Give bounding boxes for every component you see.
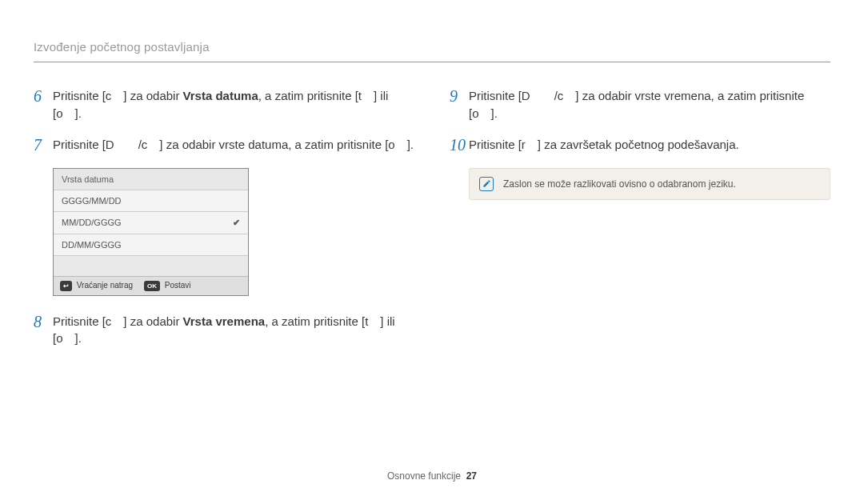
step-text: Pritisnite [c ] za odabir Vrsta vremena,… bbox=[53, 310, 414, 348]
check-icon: ✔ bbox=[233, 218, 240, 228]
ok-hint: OK Postavi bbox=[144, 281, 191, 291]
back-hint: ↩ Vraćanje natrag bbox=[60, 281, 133, 291]
footer-label: Osnovne funkcije bbox=[387, 470, 461, 482]
step-number: 7 bbox=[34, 134, 53, 157]
option-label: MM/DD/GGGG bbox=[62, 218, 122, 227]
section-header: Izvođenje početnog postavljanja bbox=[34, 40, 830, 62]
back-label: Vraćanje natrag bbox=[77, 281, 133, 290]
step-7: 7 Pritisnite [D /c ] za odabir vrste dat… bbox=[34, 134, 414, 157]
step-text: Pritisnite [c ] za odabir Vrsta datuma, … bbox=[53, 85, 414, 122]
step-number: 9 bbox=[450, 85, 469, 108]
note-text: Zaslon se može razlikovati ovisno o odab… bbox=[503, 178, 736, 190]
step-pre: Pritisnite [c ] za odabir bbox=[53, 314, 183, 328]
step-number: 10 bbox=[450, 134, 469, 157]
left-column: 6 Pritisnite [c ] za odabir Vrsta datuma… bbox=[34, 85, 414, 358]
step-9: 9 Pritisnite [D /c ] za odabir vrste vre… bbox=[450, 85, 830, 122]
step-8: 8 Pritisnite [c ] za odabir Vrsta vremen… bbox=[34, 310, 414, 348]
ok-label: Postavi bbox=[165, 281, 191, 290]
right-column: 9 Pritisnite [D /c ] za odabir vrste vre… bbox=[450, 85, 830, 358]
option-label: GGGG/MM/DD bbox=[62, 196, 122, 206]
step-text: Pritisnite [D /c ] za odabir vrste vreme… bbox=[469, 85, 830, 122]
back-key-icon: ↩ bbox=[60, 281, 72, 291]
page-number: 27 bbox=[466, 470, 477, 482]
note-icon bbox=[479, 177, 494, 191]
date-type-menu: Vrsta datuma GGGG/MM/DD MM/DD/GGGG ✔ DD/… bbox=[53, 168, 249, 296]
menu-option-1[interactable]: GGGG/MM/DD bbox=[54, 190, 248, 211]
page-footer: Osnovne funkcije 27 bbox=[0, 470, 864, 482]
menu-footer: ↩ Vraćanje natrag OK Postavi bbox=[54, 276, 248, 295]
ok-key-icon: OK bbox=[144, 281, 160, 291]
step-bold: Vrsta datuma bbox=[183, 89, 258, 102]
step-10: 10 Pritisnite [r ] za završetak početnog… bbox=[450, 134, 830, 157]
menu-option-2[interactable]: MM/DD/GGGG ✔ bbox=[54, 211, 248, 234]
menu-title: Vrsta datuma bbox=[54, 169, 248, 190]
step-pre: Pritisnite [c ] za odabir bbox=[53, 89, 183, 102]
step-text: Pritisnite [D /c ] za odabir vrste datum… bbox=[53, 134, 414, 154]
step-text: Pritisnite [r ] za završetak početnog po… bbox=[469, 134, 830, 154]
step-bold: Vrsta vremena bbox=[183, 314, 266, 328]
content-columns: 6 Pritisnite [c ] za odabir Vrsta datuma… bbox=[34, 85, 830, 358]
step-number: 8 bbox=[34, 310, 53, 334]
step-number: 6 bbox=[34, 85, 53, 108]
info-note: Zaslon se može razlikovati ovisno o odab… bbox=[469, 168, 830, 200]
menu-blank-row bbox=[54, 255, 248, 276]
step-6: 6 Pritisnite [c ] za odabir Vrsta datuma… bbox=[34, 85, 414, 122]
option-label: DD/MM/GGGG bbox=[62, 240, 122, 250]
menu-option-3[interactable]: DD/MM/GGGG bbox=[54, 234, 248, 255]
